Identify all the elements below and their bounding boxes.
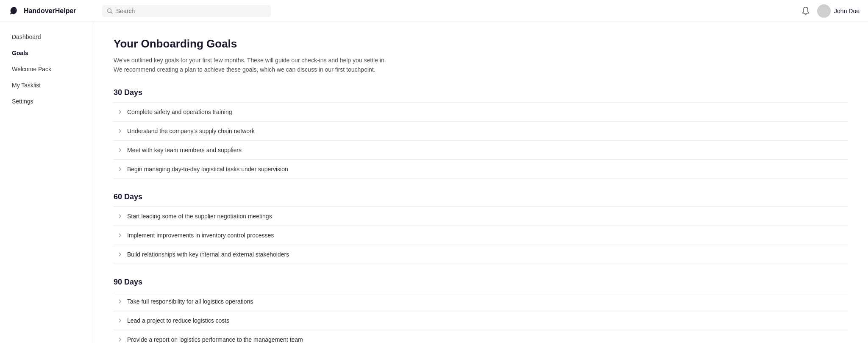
- search-bar[interactable]: [102, 5, 271, 17]
- goal-section-60-days: 60 Days Start leading some of the suppli…: [114, 192, 848, 264]
- logo-icon: [8, 5, 20, 17]
- goal-section-30-days: 30 Days Complete safety and operations t…: [114, 88, 848, 179]
- goal-item[interactable]: Implement improvements in inventory cont…: [114, 226, 848, 245]
- goal-items-90: Take full responsibility for all logisti…: [114, 292, 848, 343]
- goal-text: Take full responsibility for all logisti…: [127, 298, 253, 305]
- user-area[interactable]: John Doe: [817, 4, 860, 18]
- goal-item[interactable]: Understand the company's supply chain ne…: [114, 122, 848, 141]
- sidebar-item-goals-label: Goals: [12, 50, 28, 56]
- goal-text: Lead a project to reduce logistics costs: [127, 317, 229, 324]
- chevron-right-icon: [117, 318, 123, 323]
- goal-text: Start leading some of the supplier negot…: [127, 213, 272, 220]
- goal-section-90-days: 90 Days Take full responsibility for all…: [114, 278, 848, 343]
- page-description-line2: We recommend creating a plan to achieve …: [114, 66, 376, 73]
- period-header-60: 60 Days: [114, 192, 848, 203]
- search-icon: [107, 8, 113, 14]
- app-header: HandoverHelper John Doe: [0, 0, 868, 22]
- period-header-90: 90 Days: [114, 278, 848, 288]
- username: John Doe: [834, 8, 860, 14]
- main-content: Your Onboarding Goals We've outlined key…: [93, 22, 868, 343]
- chevron-right-icon: [117, 298, 123, 304]
- sidebar-item-goals[interactable]: Goals: [3, 45, 89, 61]
- goal-item[interactable]: Take full responsibility for all logisti…: [114, 292, 848, 311]
- goal-item[interactable]: Provide a report on logistics performanc…: [114, 330, 848, 343]
- page-description: We've outlined key goals for your first …: [114, 56, 410, 75]
- app-body: Dashboard Goals Welcome Pack My Tasklist…: [0, 22, 868, 343]
- goal-item[interactable]: Start leading some of the supplier negot…: [114, 207, 848, 226]
- goal-item[interactable]: Meet with key team members and suppliers: [114, 141, 848, 160]
- chevron-right-icon: [117, 337, 123, 343]
- chevron-right-icon: [117, 166, 123, 172]
- goal-item[interactable]: Build relationships with key internal an…: [114, 245, 848, 264]
- sidebar-item-dashboard[interactable]: Dashboard: [3, 29, 89, 45]
- period-header-30: 30 Days: [114, 88, 848, 99]
- goal-text: Complete safety and operations training: [127, 109, 232, 115]
- chevron-right-icon: [117, 251, 123, 257]
- sidebar: Dashboard Goals Welcome Pack My Tasklist…: [0, 22, 93, 343]
- svg-line-1: [111, 12, 113, 14]
- page-title: Your Onboarding Goals: [114, 37, 848, 50]
- chevron-right-icon: [117, 232, 123, 238]
- sidebar-item-welcome-pack[interactable]: Welcome Pack: [3, 61, 89, 77]
- logo-area: HandoverHelper: [8, 5, 93, 17]
- sidebar-item-my-tasklist[interactable]: My Tasklist: [3, 78, 89, 93]
- notification-icon[interactable]: [801, 6, 810, 16]
- header-right: John Doe: [801, 4, 860, 18]
- goal-text: Build relationships with key internal an…: [127, 251, 289, 258]
- goal-text: Meet with key team members and suppliers: [127, 147, 242, 153]
- chevron-right-icon: [117, 128, 123, 134]
- goal-item[interactable]: Complete safety and operations training: [114, 103, 848, 122]
- goal-text: Begin managing day-to-day logistical tas…: [127, 166, 288, 173]
- avatar: [817, 4, 831, 18]
- sidebar-item-dashboard-label: Dashboard: [12, 33, 41, 40]
- goal-items-30: Complete safety and operations training …: [114, 102, 848, 179]
- goal-text: Provide a report on logistics performanc…: [127, 336, 303, 343]
- goal-item[interactable]: Begin managing day-to-day logistical tas…: [114, 160, 848, 179]
- logo-text: HandoverHelper: [24, 7, 76, 15]
- sidebar-item-settings[interactable]: Settings: [3, 94, 89, 109]
- goal-item[interactable]: Lead a project to reduce logistics costs: [114, 311, 848, 330]
- page-description-line1: We've outlined key goals for your first …: [114, 57, 386, 64]
- chevron-right-icon: [117, 109, 123, 115]
- goal-items-60: Start leading some of the supplier negot…: [114, 206, 848, 264]
- chevron-right-icon: [117, 213, 123, 219]
- search-input[interactable]: [116, 8, 266, 14]
- goal-text: Understand the company's supply chain ne…: [127, 128, 255, 134]
- sidebar-item-settings-label: Settings: [12, 98, 33, 105]
- goal-text: Implement improvements in inventory cont…: [127, 232, 274, 239]
- sidebar-item-welcome-pack-label: Welcome Pack: [12, 66, 51, 73]
- chevron-right-icon: [117, 147, 123, 153]
- sidebar-item-my-tasklist-label: My Tasklist: [12, 82, 41, 89]
